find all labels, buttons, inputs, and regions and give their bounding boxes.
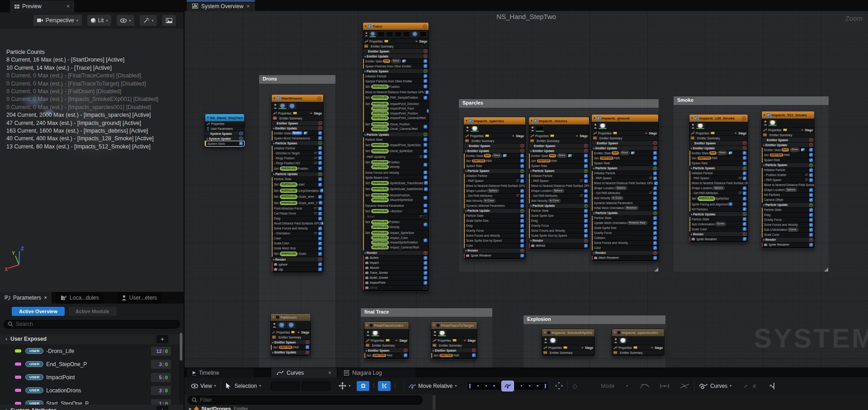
- close-icon[interactable]: ×: [328, 370, 331, 376]
- module-row[interactable]: Drag: [464, 224, 525, 229]
- module-row[interactable]: Move to Nearest Distance Field Surface G…: [529, 184, 589, 189]
- stage-row[interactable]: ▾Particle Update: [363, 132, 429, 137]
- info-icon[interactable]: i: [317, 96, 321, 100]
- isolate-toggle[interactable]: [743, 232, 746, 236]
- system-attributes-section[interactable]: ▾ System Attributes +: [0, 405, 184, 410]
- node-header[interactable]: ▾StartDronesi: [272, 95, 323, 102]
- module-row[interactable]: Kill Particles: [689, 207, 748, 212]
- properties-row[interactable]: Properties+Stage: [762, 128, 814, 133]
- module-row[interactable]: - Direction to Target: [272, 151, 323, 156]
- module-row[interactable]: Avoid Distance Field Surfaces GPU+: [272, 221, 323, 226]
- module-checkbox[interactable]: [809, 223, 813, 227]
- properties-row[interactable]: Properties+Stage: [689, 131, 748, 136]
- emitter-thumbnail[interactable]: [278, 322, 286, 328]
- enabled-checkbox[interactable]: [547, 331, 551, 334]
- isolate-toggle[interactable]: [404, 348, 407, 352]
- stage-row[interactable]: Emitter Spawn: [529, 143, 589, 148]
- module-row[interactable]: - Get PAR Attributes: [592, 191, 658, 196]
- tab-timeline[interactable]: ▶ Timeline: [187, 368, 254, 377]
- renderer-checkbox[interactable]: [424, 286, 427, 290]
- module-row[interactable]: Emitter StateSpawn: [272, 131, 323, 136]
- module-row[interactable]: - Orientation: [272, 231, 323, 236]
- set-parameters-row[interactable]: Set: EMITTER PAR: [689, 156, 748, 161]
- module-checkbox[interactable]: [318, 136, 322, 140]
- module-row[interactable]: - PAR Spawn: [762, 178, 814, 183]
- isolate-toggle[interactable]: [306, 340, 309, 344]
- set-parameters-row[interactable]: Set: PARTICLES SpriteSize: [689, 196, 748, 202]
- module-checkbox[interactable]: [743, 207, 746, 211]
- set-parameters-row[interactable]: Set: PARTICLES -SpriteScale_bulletSmoke: [363, 186, 429, 193]
- module-row[interactable]: Spawn Burst Instantaneous: [272, 136, 323, 141]
- module-row[interactable]: Dynamic Material Parameters: [592, 201, 658, 206]
- comment-resize-handle[interactable]: [824, 267, 828, 272]
- module-checkbox[interactable]: [318, 156, 322, 160]
- module-checkbox[interactable]: [424, 171, 427, 174]
- module-row[interactable]: - Get PAR Attributes: [689, 191, 748, 196]
- module-checkbox[interactable]: [318, 195, 322, 199]
- toolbar-input-2[interactable]: [302, 381, 330, 391]
- module-checkbox[interactable]: [424, 149, 427, 153]
- tab-user-parameters[interactable]: User...eters: [117, 292, 161, 304]
- adjust-keys-button[interactable]: [555, 382, 563, 390]
- module-row[interactable]: Update Mesh OrientationRotation Rate: [592, 221, 658, 226]
- node-header[interactable]: ▾Impacts_sparcles: [464, 117, 525, 124]
- emitter-summary-row[interactable]: Emitter Summary: [271, 335, 311, 340]
- module-row[interactable]: Solve Forces and Velocity: [272, 226, 323, 231]
- parameter-row[interactable]: USER-Drons_Life12|0: [0, 344, 184, 358]
- emitter-node-trace[interactable]: ▾TraceiProperties+StageEmitter SummaryEm…: [363, 22, 429, 291]
- module-checkbox[interactable]: [743, 186, 746, 190]
- emitter-thumbnail[interactable]: [549, 338, 557, 343]
- module-checkbox[interactable]: [809, 208, 813, 212]
- tangent-weighted-icon[interactable]: [679, 383, 689, 389]
- thumbnail-row[interactable]: [271, 321, 311, 330]
- emitter-thumbnail[interactable]: [377, 31, 385, 37]
- enabled-checkbox[interactable]: [277, 96, 280, 100]
- emitter-summary-row[interactable]: Emitter Summary: [529, 138, 589, 143]
- module-checkbox[interactable]: [425, 91, 429, 94]
- module-checkbox[interactable]: [809, 188, 813, 192]
- module-checkbox[interactable]: [520, 224, 524, 228]
- emitter-thumbnail[interactable]: [403, 31, 410, 37]
- emitter-node-impacts-sparcles001[interactable]: ▾Impacts_sparcles001Properties+StageEmit…: [612, 329, 665, 356]
- node-header[interactable]: ▾Tracei: [363, 23, 429, 30]
- renderer-row[interactable]: Bullet_Smoke: [363, 276, 429, 281]
- module-checkbox[interactable]: [653, 172, 657, 175]
- enabled-checkbox[interactable]: [597, 116, 600, 120]
- key-diamond-icon[interactable]: ◇: [572, 382, 577, 390]
- isolate-toggle[interactable]: [424, 69, 427, 73]
- module-checkbox[interactable]: [809, 233, 813, 237]
- close-icon[interactable]: ×: [44, 295, 47, 301]
- node-header[interactable]: ▾Impacts_SmokeEXp001: [542, 329, 594, 336]
- set-parameters-row[interactable]: Set: EMITTER PAR: [364, 353, 409, 358]
- renderer-checkbox[interactable]: [520, 254, 524, 257]
- set-parameters-row[interactable]: Set: PARTICLES -start: [272, 182, 323, 188]
- properties-row[interactable]: Properties+Stage: [272, 111, 323, 116]
- snap-time-toggle[interactable]: [378, 381, 391, 391]
- isolate-toggle[interactable]: [809, 163, 813, 167]
- stage-row[interactable]: ▾Particle Spawn: [272, 141, 323, 146]
- module-checkbox[interactable]: [584, 189, 588, 193]
- node-header[interactable]: ▾NS_Hand_StepTwo: [205, 114, 244, 121]
- renderer-row[interactable]: Trace_Smoke: [363, 271, 429, 276]
- module-checkbox[interactable]: [424, 59, 427, 63]
- emitter-node-finaltracetotarget[interactable]: ▾FinalTraceToTargetProperties+StageEmitt…: [431, 321, 477, 359]
- active-overview-button[interactable]: Active Overview: [12, 307, 65, 316]
- isolate-toggle[interactable]: [584, 204, 588, 208]
- mode-chevron-icon[interactable]: ▾: [626, 384, 628, 388]
- preview-viewport[interactable]: Particle Counts 8 Current, 16 Max (est.)…: [0, 29, 184, 292]
- emitter-thumbnail[interactable]: [386, 31, 393, 37]
- module-row[interactable]: Emitter StateSelfOnce: [363, 59, 429, 64]
- module-checkbox[interactable]: [424, 176, 427, 179]
- parameters-scrollbar[interactable]: [179, 333, 183, 410]
- lit-dropdown[interactable]: Lit▾: [87, 15, 112, 26]
- module-checkbox[interactable]: [424, 64, 427, 68]
- stage-row[interactable]: ▾Particle Update: [272, 172, 323, 177]
- stage-row[interactable]: ▾Emitter Update: [464, 148, 525, 153]
- node-header[interactable]: ▾FinalTraceCentre: [364, 322, 409, 329]
- module-row[interactable]: Camera Offset: [762, 198, 814, 203]
- module-row[interactable]: Shape LocationSphere: [529, 189, 589, 194]
- renderer-checkbox[interactable]: [424, 261, 427, 265]
- renderer-checkbox[interactable]: [424, 271, 427, 275]
- set-parameters-row[interactable]: Set: PARTICLES Position: [363, 84, 429, 90]
- emitter-summary-row[interactable]: Emitter Summary: [272, 116, 323, 121]
